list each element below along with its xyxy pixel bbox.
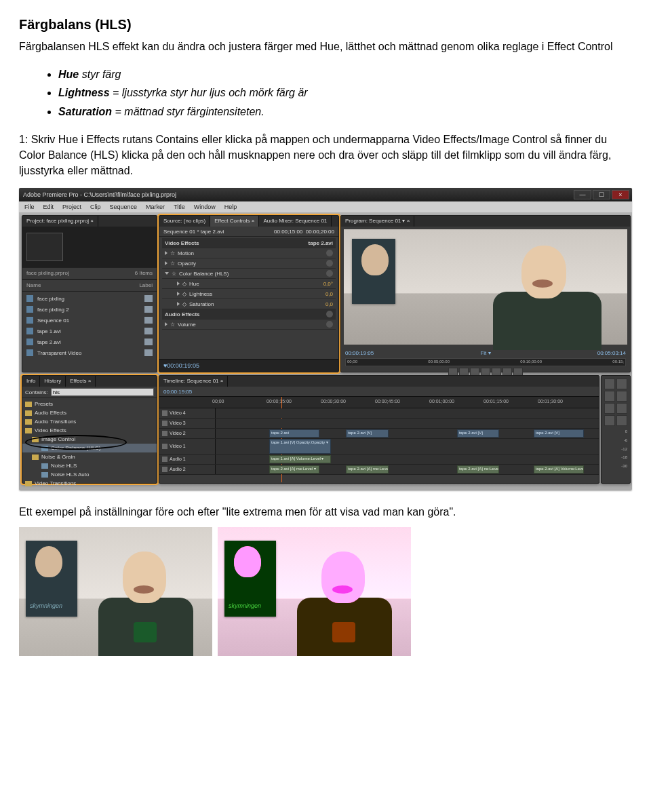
clip[interactable]: tape 2.avi (269, 429, 319, 438)
project-tab[interactable]: Project: face pixling.prproj × (22, 216, 98, 227)
tool-button[interactable] (616, 403, 627, 414)
tool-button[interactable] (616, 391, 627, 402)
clip[interactable]: tape 2.avi [V] (346, 429, 389, 438)
disclosure-icon[interactable] (177, 282, 180, 286)
menu-item[interactable]: Marker (146, 203, 165, 212)
disclosure-icon[interactable] (165, 251, 167, 255)
saturation-property[interactable]: ◇ Saturation0,0 (162, 299, 336, 309)
track-strip[interactable] (216, 419, 599, 428)
menu-item[interactable]: Window (194, 203, 216, 212)
tree-item[interactable]: Video Transitions (22, 479, 157, 488)
effect-row[interactable]: ☆ Color Balance (HLS) (162, 269, 336, 279)
project-item[interactable]: tape 1.avi (22, 326, 157, 336)
label-swatch[interactable] (144, 317, 153, 324)
col-name[interactable]: Name (22, 280, 45, 291)
lightness-value[interactable]: 0,0 (326, 290, 333, 298)
track-strip[interactable]: tape 1.avi [A] Volume:Level ▾ (216, 455, 599, 464)
audio-mixer-tab[interactable]: Audio Mixer: Sequence 01 (259, 216, 332, 227)
timeline-timecode[interactable]: 00:00:19:05 (163, 388, 192, 396)
speaker-icon[interactable] (162, 467, 167, 472)
source-tab[interactable]: Source: (no clips) (159, 216, 210, 227)
hue-value[interactable]: 0,0° (323, 280, 333, 288)
label-swatch[interactable] (144, 349, 153, 356)
tree-item[interactable]: Audio Transitions (22, 417, 157, 426)
tree-item[interactable]: Noise HLS (22, 461, 157, 470)
info-tab[interactable]: Info (22, 376, 40, 387)
tree-item[interactable]: Audio Effects (22, 408, 157, 417)
program-video[interactable] (344, 229, 627, 345)
disclosure-icon[interactable] (177, 302, 180, 306)
track-strip[interactable] (216, 408, 599, 418)
speaker-icon[interactable] (162, 457, 167, 462)
track-strip[interactable]: tape 1.avi [V] Opacity:Opacity ▾ (216, 439, 599, 454)
reset-icon[interactable] (326, 311, 333, 317)
project-item[interactable]: face pixling 2 (22, 304, 157, 315)
tool-button[interactable] (616, 415, 627, 426)
tool-button[interactable] (604, 415, 615, 426)
close-button[interactable]: × (612, 190, 629, 199)
label-swatch[interactable] (144, 295, 153, 302)
audio-clip[interactable]: tape 2.avi [A] Volume:Level ▾ (534, 465, 584, 473)
disclosure-icon[interactable] (177, 292, 180, 296)
menu-item[interactable]: Project (62, 203, 81, 212)
disclosure-icon[interactable] (165, 272, 169, 275)
timeline-tab[interactable]: Timeline: Sequence 01 × (159, 376, 228, 387)
project-item[interactable]: tape 2.avi (22, 336, 157, 347)
maximize-button[interactable]: ☐ (593, 190, 610, 199)
track-strip[interactable]: tape 2.avi [A] me:Level ▾ tape 2.avi [A]… (216, 465, 599, 474)
label-swatch[interactable] (144, 339, 153, 345)
reset-icon[interactable] (326, 270, 333, 277)
tool-button[interactable] (616, 379, 627, 389)
label-swatch[interactable] (144, 306, 153, 313)
disclosure-icon[interactable] (165, 322, 167, 326)
color-balance-hls-item[interactable]: Color Balance (HLS) (22, 444, 157, 452)
zoom-select[interactable]: Fit ▾ (480, 349, 490, 357)
track-strip[interactable]: tape 2.avi tape 2.avi [V] tape 2.avi [V]… (216, 429, 599, 438)
tree-item[interactable]: Noise & Grain (22, 452, 157, 461)
eye-icon[interactable] (162, 444, 167, 449)
menu-item[interactable]: Title (174, 203, 185, 212)
program-tab[interactable]: Program: Sequence 01 ▾ × (341, 216, 414, 227)
reset-icon[interactable] (326, 260, 333, 267)
label-swatch[interactable] (144, 328, 153, 334)
program-scrubber[interactable]: 00;00 00:05;00:00 00:10;00:00 00:15; (345, 358, 626, 366)
eye-icon[interactable] (162, 410, 167, 416)
eye-icon[interactable] (162, 431, 167, 436)
tool-button[interactable] (604, 391, 615, 402)
col-label[interactable]: Label (135, 280, 157, 291)
effect-row[interactable]: ☆ Volume (162, 320, 336, 330)
disclosure-icon[interactable] (165, 261, 167, 265)
menu-item[interactable]: Edit (43, 203, 54, 212)
tree-item[interactable]: Presets (22, 400, 157, 408)
tree-item[interactable]: Noise HLS Auto (22, 470, 157, 479)
eye-icon[interactable] (162, 421, 167, 426)
project-item[interactable]: face pixling (22, 293, 157, 304)
program-tc-left[interactable]: 00:00:19:05 (345, 349, 374, 357)
menu-item[interactable]: Clip (90, 203, 101, 212)
effects-tab[interactable]: Effects × (66, 376, 96, 387)
contains-input[interactable] (51, 388, 154, 396)
clip[interactable]: tape 1.avi [V] Opacity:Opacity ▾ (269, 439, 331, 454)
menu-item[interactable]: File (24, 203, 35, 212)
minimize-button[interactable]: — (574, 190, 591, 199)
menu-item[interactable]: Help (224, 203, 237, 212)
audio-clip[interactable]: tape 2.avi [A] ne:Level ▾ (457, 465, 500, 473)
effect-row[interactable]: ☆ Opacity (162, 258, 336, 269)
effect-row[interactable]: ☆ Motion (162, 248, 336, 258)
clip[interactable]: tape 2.avi [V] (457, 429, 500, 438)
effect-controls-tab[interactable]: Effect Controls × (210, 216, 259, 227)
effect-controls-timecode[interactable]: ♥ 00:00:19:05 (159, 359, 338, 372)
lightness-property[interactable]: ◇ Lightness0,0 (162, 289, 336, 299)
reset-icon[interactable] (326, 321, 333, 328)
tree-item[interactable]: Video Effects (22, 426, 157, 435)
clip[interactable]: tape 2.avi [V] (534, 429, 584, 438)
project-item[interactable]: Sequence 01 (22, 315, 157, 326)
menu-item[interactable]: Sequence (110, 203, 138, 212)
tool-button[interactable] (604, 379, 615, 389)
saturation-value[interactable]: 0,0 (326, 301, 333, 309)
history-tab[interactable]: History (40, 376, 66, 387)
project-item[interactable]: Transparent Video (22, 347, 157, 358)
audio-clip[interactable]: tape 2.avi [A] me:Level ▾ (346, 465, 389, 473)
audio-clip[interactable]: tape 1.avi [A] Volume:Level ▾ (269, 455, 331, 463)
timeline-ruler[interactable]: 00;00 00:00;15:00 00:00;30:00 00:00;45:0… (159, 396, 599, 408)
